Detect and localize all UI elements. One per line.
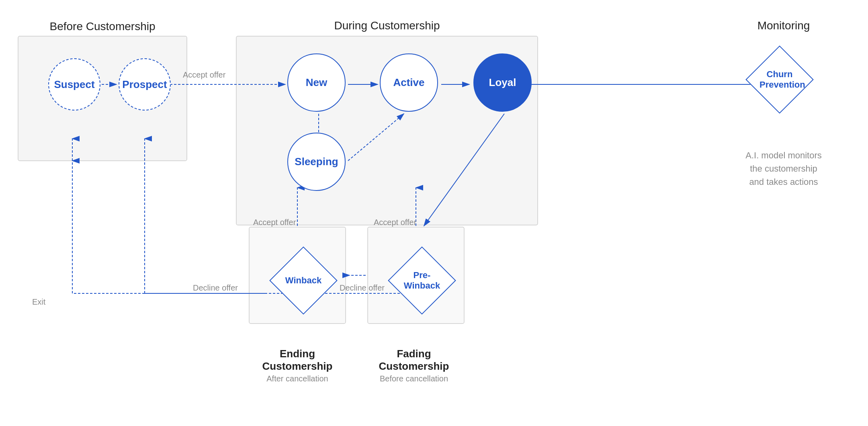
decline-offer-label-2: Decline offer	[340, 283, 385, 293]
exit-label: Exit	[32, 297, 45, 307]
sleeping-node: Sleeping	[287, 133, 346, 191]
before-customership-title: Before Customership	[22, 20, 183, 33]
pre-winback-node: Pre- Winback	[390, 248, 454, 313]
fading-customership-label: Fading Customership Before cancellation	[362, 348, 466, 383]
active-node: Active	[380, 53, 438, 112]
monitoring-description: A.I. model monitors the customership and…	[707, 149, 860, 188]
suspect-node: Suspect	[48, 58, 100, 111]
churn-prevention-node: Churn Prevention	[747, 47, 812, 112]
winback-node: Winback	[271, 248, 336, 313]
accept-offer-label-3: Accept offer	[374, 218, 416, 227]
during-customership-title: During Customership	[236, 19, 538, 32]
diagram-container: Before Customership During Customership …	[0, 0, 868, 426]
monitoring-title: Monitoring	[707, 19, 860, 32]
prospect-node: Prospect	[119, 58, 171, 111]
decline-offer-label-1: Decline offer	[193, 283, 238, 293]
ending-customership-label: Ending Customership After cancellation	[249, 348, 346, 383]
accept-offer-label-1: Accept offer	[183, 70, 225, 80]
accept-offer-label-2: Accept offer	[253, 218, 296, 227]
loyal-node: Loyal	[473, 53, 532, 112]
new-node: New	[287, 53, 346, 112]
